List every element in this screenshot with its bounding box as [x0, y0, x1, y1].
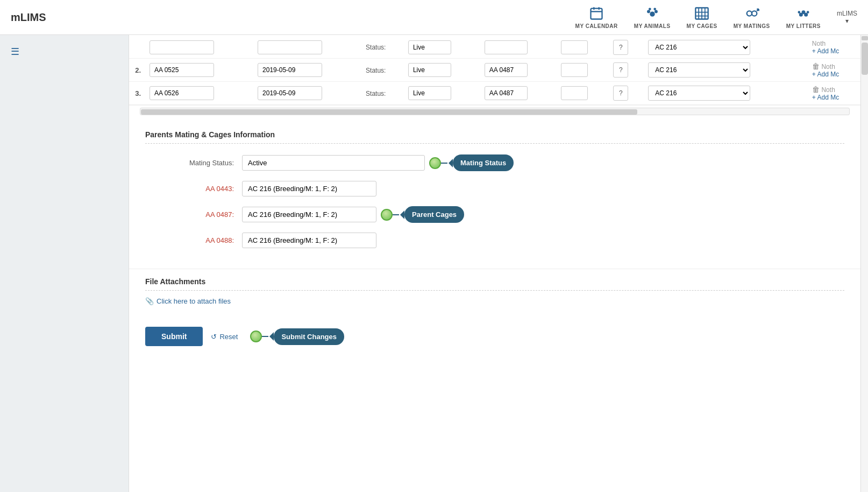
nav-user[interactable]: mLIMS ▾: [837, 10, 857, 25]
add-mc-link-2[interactable]: + Add Mc: [812, 71, 856, 78]
cage-select[interactable]: AC 216: [648, 40, 750, 55]
animal-0488-input[interactable]: [242, 233, 376, 248]
cages-green-dot: [381, 209, 393, 221]
scrollbar-thumb[interactable]: [862, 43, 868, 75]
row-num: [129, 35, 145, 59]
hamburger-button[interactable]: ☰: [0, 35, 129, 68]
date-input-2[interactable]: [258, 63, 322, 77]
trash-icon-2[interactable]: 🗑: [812, 62, 820, 71]
svg-point-22: [801, 10, 805, 14]
cage-cell-3: AC 216: [644, 82, 808, 105]
animal-0488-row: AA 0488:: [145, 233, 844, 248]
mating-status-tooltip: Mating Status: [453, 154, 514, 171]
svg-point-23: [798, 11, 800, 13]
animal-0443-label: AA 0443:: [145, 185, 242, 193]
live-input-3[interactable]: [408, 86, 451, 100]
animal-0487-label: AA 0487:: [145, 210, 242, 219]
cage-cell-2: AC 216: [644, 59, 808, 82]
q-button-2[interactable]: ?: [613, 62, 628, 78]
status-cell-2: Status:: [361, 59, 404, 82]
live-cell: [404, 35, 480, 59]
submit-changes-tooltip: Submit Changes: [274, 328, 344, 345]
animal-id-cell-3: [145, 82, 253, 105]
nav-matings-label: MY MATINGS: [734, 23, 770, 29]
right-scrollbar[interactable]: [860, 35, 868, 492]
animal-0488-label: AA 0488:: [145, 236, 242, 244]
sidebar: ☰: [0, 35, 129, 492]
blank-cell-2: [557, 59, 609, 82]
blank-input-3[interactable]: [561, 86, 588, 100]
nav-litters[interactable]: MY LITTERS: [786, 6, 821, 29]
animal-0487-input[interactable]: [242, 207, 376, 222]
date-input-3[interactable]: [258, 86, 322, 100]
row-num-2: 2.: [129, 59, 145, 82]
status-label: Status:: [366, 44, 386, 51]
add-mc-link[interactable]: + Add Mc: [812, 47, 856, 55]
status-cell: Status:: [361, 35, 404, 59]
add-mc-link-3[interactable]: + Add Mc: [812, 94, 856, 101]
parent-input-3[interactable]: [485, 86, 528, 100]
file-attachments-title: File Attachments: [145, 269, 844, 291]
submit-button[interactable]: Submit: [145, 327, 203, 346]
trash-icon-3[interactable]: 🗑: [812, 85, 820, 94]
live-cell-2: [404, 59, 480, 82]
submit-tooltip-connector: Submit Changes: [250, 328, 344, 345]
mating-tooltip-connector: Mating Status: [429, 154, 514, 171]
cages-connector-line: [393, 214, 399, 215]
file-attachments-section: File Attachments 📎 Click here to attach …: [129, 269, 860, 316]
parent-input-2[interactable]: [485, 63, 528, 77]
live-input[interactable]: [408, 40, 451, 54]
app-logo: mLIMS: [11, 11, 46, 24]
nav-matings[interactable]: MY MATINGS: [734, 6, 770, 29]
mating-status-row: Mating Status: Mating Status: [145, 154, 844, 171]
q-button-3[interactable]: ?: [613, 86, 628, 101]
svg-point-6: [654, 10, 658, 13]
svg-point-24: [807, 11, 809, 13]
chevron-down-icon: ▾: [845, 17, 849, 25]
buttons-area: Submit ↺ Reset Submit Changes: [129, 316, 860, 362]
horizontal-scrollbar[interactable]: [129, 106, 860, 120]
status-cell-3: Status:: [361, 82, 404, 105]
blank-cell-3: [557, 82, 609, 105]
animal-0487-row: AA 0487: Parent Cages: [145, 206, 844, 223]
litter-table-area: Status: ?: [129, 35, 860, 106]
q-cell: ?: [609, 35, 644, 59]
animal-id-input[interactable]: [150, 40, 214, 54]
blank-cell: [557, 35, 609, 59]
paperclip-icon: 📎: [145, 297, 154, 305]
main-content: Status: ?: [129, 35, 860, 492]
parent-input[interactable]: [485, 40, 528, 54]
mating-green-dot: [429, 157, 441, 169]
animal-id-input-2[interactable]: [150, 63, 214, 77]
blank-input[interactable]: [561, 40, 588, 54]
live-input-2[interactable]: [408, 63, 451, 77]
status-label-3: Status:: [366, 90, 386, 97]
animal-0443-input[interactable]: [242, 181, 376, 196]
reset-button[interactable]: ↺ Reset: [211, 333, 238, 341]
noth-text-3: Noth: [821, 86, 835, 94]
attach-files-link[interactable]: 📎 Click here to attach files: [145, 297, 231, 305]
q-cell-2: ?: [609, 59, 644, 82]
animal-id-input-3[interactable]: [150, 86, 214, 100]
nav-cages[interactable]: MY CAGES: [687, 6, 717, 29]
parent-cages-tooltip: Parent Cages: [404, 206, 464, 223]
cage-select-2[interactable]: AC 216: [648, 62, 750, 78]
date-cell-3: [253, 82, 361, 105]
parents-section: Parents Mating & Cages Information Matin…: [129, 120, 860, 269]
mating-status-input[interactable]: [242, 155, 425, 171]
cage-cell: AC 216: [644, 35, 808, 59]
blank-input-2[interactable]: [561, 63, 588, 77]
noth-cell-3: 🗑 Noth + Add Mc: [808, 82, 860, 105]
nav-calendar[interactable]: MY CALENDAR: [575, 6, 618, 29]
date-input[interactable]: [258, 40, 322, 54]
live-cell-3: [404, 82, 480, 105]
litter-table: Status: ?: [129, 35, 860, 105]
cage-select-3[interactable]: AC 216: [648, 86, 750, 101]
noth-cell: Noth + Add Mc: [808, 35, 860, 59]
nav-animals-label: MY ANIMALS: [634, 23, 671, 29]
nav-litters-label: MY LITTERS: [786, 23, 821, 29]
nav-animals[interactable]: MY ANIMALS: [634, 6, 671, 29]
cages-tooltip-connector: Parent Cages: [381, 206, 464, 223]
q-button[interactable]: ?: [613, 40, 628, 55]
svg-rect-0: [591, 8, 602, 19]
